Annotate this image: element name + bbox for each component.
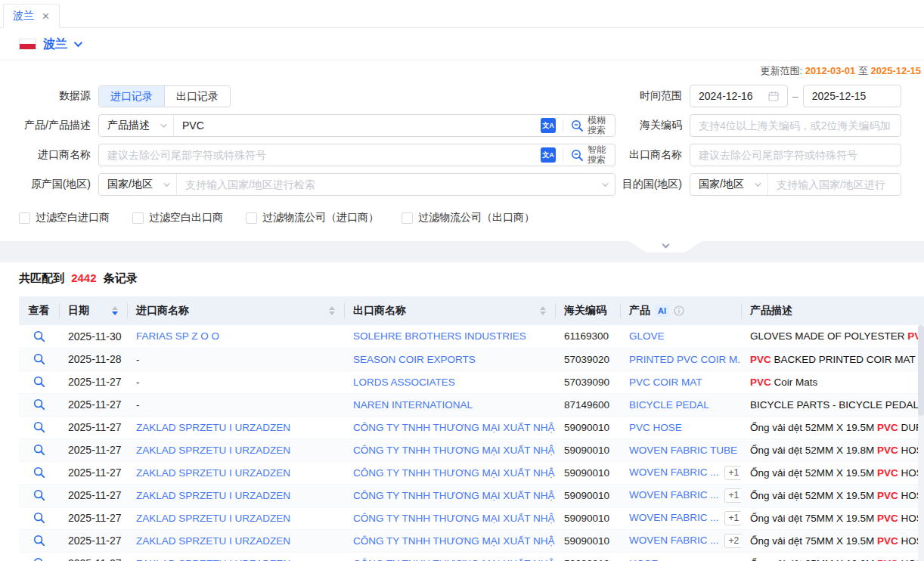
- update-range-from: 2012-03-01: [805, 65, 856, 76]
- product-search-input[interactable]: [174, 119, 534, 132]
- data-source-label: 数据源: [0, 89, 91, 103]
- exporter-link[interactable]: CÔNG TY TNHH THƯƠNG MẠI XUẤT NHẬP...: [353, 513, 555, 524]
- checkbox-icon[interactable]: [246, 212, 257, 224]
- importer-link[interactable]: ZAKLAD SPRZETU I URZADZEN: [136, 558, 290, 561]
- checkbox-filter-blank-exporter[interactable]: 过滤空白出口商: [132, 211, 223, 225]
- destination-country-input[interactable]: [768, 178, 901, 191]
- exporter-link[interactable]: CÔNG TY TNHH THƯƠNG MẠI XUẤT NHẬP...: [353, 422, 555, 433]
- product-link[interactable]: WOVEN FABRIC ...: [629, 489, 719, 501]
- sort-exporter[interactable]: [540, 306, 546, 315]
- view-record-button[interactable]: [19, 439, 59, 461]
- results-summary: 共匹配到 2442 条记录: [0, 271, 924, 286]
- keyword-highlight: PVC: [750, 354, 771, 365]
- checkbox-icon[interactable]: [132, 212, 144, 224]
- update-range: 更新范围: 2012-03-01 至 2025-12-15: [0, 64, 924, 78]
- date-range-separator: –: [792, 90, 798, 102]
- product-link[interactable]: WOVEN FABRIC ...: [629, 466, 719, 478]
- view-record-button[interactable]: [19, 325, 59, 348]
- exporter-link[interactable]: LORDS ASSOCIATES: [353, 377, 455, 388]
- exporter-link[interactable]: CÔNG TY TNHH THƯƠNG MẠI XUẤT NHẬP...: [353, 558, 555, 561]
- importer-link[interactable]: ZAKLAD SPRZETU I URZADZEN: [136, 490, 290, 501]
- chevron-down-icon[interactable]: [74, 39, 82, 47]
- origin-label: 原产国(地区): [0, 178, 91, 191]
- vertical-scrollbar[interactable]: [918, 325, 924, 561]
- origin-country-input[interactable]: [177, 178, 602, 191]
- product-type-select[interactable]: 产品描述: [99, 115, 174, 136]
- exporter-link[interactable]: CÔNG TY TNHH THƯƠNG MẠI XUẤT NHẬP...: [353, 490, 555, 501]
- exporter-link[interactable]: NAREN INTERNATIONAL: [353, 399, 473, 411]
- importer-link[interactable]: ZAKLAD SPRZETU I URZADZEN: [136, 422, 290, 433]
- destination-country-select[interactable]: 国家/地区: [690, 174, 768, 195]
- view-record-button[interactable]: [19, 553, 59, 561]
- importer-link[interactable]: ZAKLAD SPRZETU I URZADZEN: [136, 467, 290, 479]
- more-products-tag[interactable]: +1: [724, 488, 741, 503]
- data-source-toggle: 进口记录 出口记录: [98, 85, 231, 107]
- exporter-link[interactable]: SOLEHRE BROTHERS INDUSTRIES: [353, 330, 526, 342]
- tab-poland[interactable]: 波兰 ✕: [3, 4, 60, 28]
- smart-search-button[interactable]: 智能搜索: [563, 145, 615, 165]
- summary-suffix: 条记录: [104, 271, 138, 284]
- more-products-tag[interactable]: +1: [724, 466, 741, 480]
- view-record-button[interactable]: [19, 371, 59, 393]
- importer-search-input[interactable]: [99, 149, 534, 161]
- import-records-button[interactable]: 进口记录: [99, 86, 164, 107]
- product-link[interactable]: GLOVE: [629, 330, 665, 342]
- scrollbar-thumb[interactable]: [918, 325, 924, 416]
- update-range-label: 更新范围:: [761, 65, 803, 76]
- more-products-tag[interactable]: +1: [724, 511, 741, 525]
- view-record-button[interactable]: [19, 349, 59, 370]
- view-record-button[interactable]: [19, 507, 59, 529]
- collapse-filters-button[interactable]: [629, 241, 702, 253]
- product-input-group: 产品描述 文A 模糊搜索: [98, 114, 615, 137]
- exporter-search-input[interactable]: [690, 149, 901, 161]
- view-record-button[interactable]: [19, 530, 59, 552]
- importer-link[interactable]: FARIAS SP Z O O: [136, 330, 219, 342]
- translate-icon[interactable]: 文A: [541, 147, 556, 163]
- export-records-button[interactable]: 出口记录: [164, 86, 230, 107]
- translate-icon[interactable]: 文A: [541, 118, 556, 133]
- table-row: 2025-11-27 ZAKLAD SPRZETU I URZADZEN CÔN…: [19, 461, 924, 484]
- product-link[interactable]: WOVEN FABRIC ...: [629, 535, 719, 546]
- view-record-button[interactable]: [19, 462, 59, 484]
- exporter-link[interactable]: CÔNG TY TNHH THƯƠNG MẠI XUẤT NHẬP...: [353, 535, 555, 547]
- importer-link[interactable]: ZAKLAD SPRZETU I URZADZEN: [136, 445, 290, 456]
- table-row: 2025-11-30 FARIAS SP Z O O SOLEHRE BROTH…: [19, 325, 924, 348]
- product-link[interactable]: WOVEN FABRIC TUBE: [629, 445, 737, 456]
- date-to-input[interactable]: [804, 90, 901, 102]
- view-record-button[interactable]: [19, 485, 59, 507]
- product-link[interactable]: WOVEN FABRIC ...: [629, 512, 719, 523]
- exporter-link[interactable]: CÔNG TY TNHH THƯƠNG MẠI XUẤT NHẬP...: [353, 445, 555, 456]
- checkbox-icon[interactable]: [402, 212, 413, 224]
- view-record-button[interactable]: [19, 394, 59, 416]
- view-record-button[interactable]: [19, 417, 59, 439]
- date-cell: 2025-11-27: [59, 507, 127, 529]
- checkbox-filter-logistics-importer[interactable]: 过滤物流公司（进口商）: [246, 211, 379, 225]
- hs-code-input[interactable]: [690, 119, 901, 132]
- origin-country-select[interactable]: 国家/地区: [99, 174, 177, 195]
- product-link[interactable]: PVC HOSE: [629, 422, 682, 433]
- importer-link[interactable]: ZAKLAD SPRZETU I URZADZEN: [136, 513, 290, 524]
- keyword-highlight: PVC: [877, 535, 898, 547]
- calendar-icon[interactable]: [768, 91, 779, 101]
- importer-link[interactable]: ZAKLAD SPRZETU I URZADZEN: [136, 535, 290, 547]
- checkbox-icon[interactable]: [19, 212, 30, 224]
- checkbox-filter-blank-importer[interactable]: 过滤空白进口商: [19, 211, 110, 225]
- date-from-input[interactable]: [690, 90, 768, 102]
- magnifier-icon: [33, 535, 45, 547]
- sort-date[interactable]: [112, 306, 118, 315]
- product-link[interactable]: PVC COIR MAT: [629, 377, 702, 388]
- more-products-tag[interactable]: +2: [724, 534, 741, 548]
- fuzzy-search-button[interactable]: 模糊搜索: [563, 116, 615, 135]
- exporter-link[interactable]: SEASON COIR EXPORTS: [353, 354, 476, 365]
- time-range-fields: –: [690, 85, 924, 107]
- product-link[interactable]: BICYCLE PEDAL: [629, 399, 709, 411]
- info-icon[interactable]: [674, 305, 684, 316]
- product-link[interactable]: PRINTED PVC COIR M...: [629, 354, 741, 365]
- exporter-link[interactable]: CÔNG TY TNHH THƯƠNG MẠI XUẤT NHẬP...: [353, 467, 555, 479]
- col-date: 日期: [59, 296, 127, 325]
- sort-importer[interactable]: [329, 306, 335, 315]
- close-icon[interactable]: ✕: [42, 11, 50, 21]
- checkbox-filter-logistics-exporter[interactable]: 过滤物流公司（出口商）: [402, 211, 535, 225]
- product-link[interactable]: HOSE: [629, 558, 658, 561]
- hs-code-cell: 59090010: [555, 529, 620, 552]
